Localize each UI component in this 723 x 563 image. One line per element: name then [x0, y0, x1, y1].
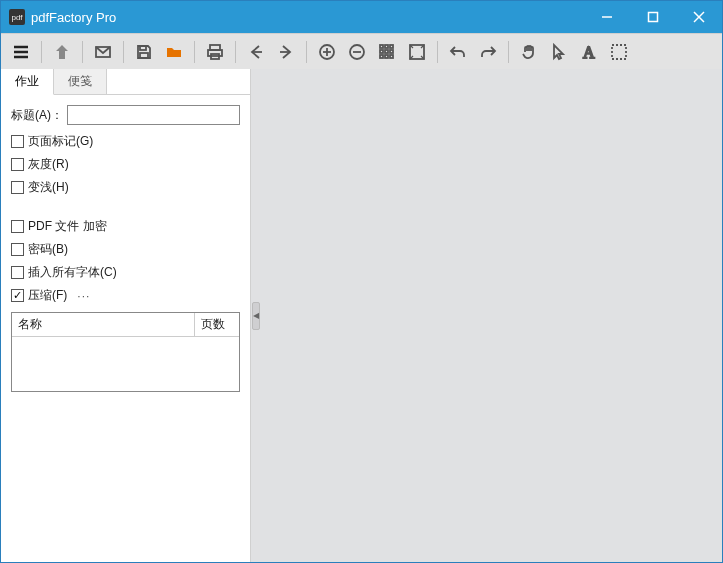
- toolbar-separator: [508, 41, 509, 63]
- checkbox-icon[interactable]: [11, 289, 24, 302]
- minimize-button[interactable]: [584, 1, 630, 33]
- svg-rect-28: [390, 55, 393, 58]
- svg-rect-25: [390, 50, 393, 53]
- svg-rect-22: [390, 45, 393, 48]
- redo-icon[interactable]: [474, 38, 502, 66]
- checkbox-icon[interactable]: [11, 181, 24, 194]
- preview-pane[interactable]: [261, 69, 722, 562]
- checkbox-label: 灰度(R): [28, 156, 69, 173]
- compress-options-button[interactable]: ···: [77, 289, 90, 303]
- checkbox-label: 页面标记(G): [28, 133, 93, 150]
- checkbox-encrypt[interactable]: PDF 文件 加密: [11, 218, 240, 235]
- checkbox-icon[interactable]: [11, 266, 24, 279]
- toolbar-separator: [235, 41, 236, 63]
- tab-notes[interactable]: 便笺: [54, 69, 107, 94]
- text-tool-icon[interactable]: A: [575, 38, 603, 66]
- side-panel: 作业 便笺 标题(A)： 页面标记(G) 灰度(R) 变浅(: [1, 69, 251, 562]
- print-icon[interactable]: [201, 38, 229, 66]
- svg-text:A: A: [583, 44, 595, 61]
- open-icon[interactable]: [160, 38, 188, 66]
- toolbar-separator: [306, 41, 307, 63]
- checkbox-icon[interactable]: [11, 220, 24, 233]
- svg-rect-26: [380, 55, 383, 58]
- checkbox-icon[interactable]: [11, 135, 24, 148]
- svg-rect-31: [612, 45, 626, 59]
- checkbox-label: 密码(B): [28, 241, 68, 258]
- svg-rect-9: [140, 53, 148, 58]
- svg-rect-27: [385, 55, 388, 58]
- checkbox-password[interactable]: 密码(B): [11, 241, 240, 258]
- checkbox-fade[interactable]: 变浅(H): [11, 179, 240, 196]
- svg-rect-20: [380, 45, 383, 48]
- table-header: 名称 页数: [12, 313, 239, 337]
- checkbox-embed-fonts[interactable]: 插入所有字体(C): [11, 264, 240, 281]
- collapse-handle-icon[interactable]: [252, 302, 260, 330]
- checkbox-page-mark[interactable]: 页面标记(G): [11, 133, 240, 150]
- toolbar-separator: [437, 41, 438, 63]
- back-arrow-icon[interactable]: [242, 38, 270, 66]
- svg-rect-23: [380, 50, 383, 53]
- toolbar-separator: [194, 41, 195, 63]
- checkbox-label: 变浅(H): [28, 179, 69, 196]
- checkbox-grayscale[interactable]: 灰度(R): [11, 156, 240, 173]
- svg-rect-8: [140, 46, 146, 50]
- checkbox-label: PDF 文件 加密: [28, 218, 107, 235]
- title-label: 标题(A)：: [11, 107, 63, 124]
- app-window: pdf pdfFactory Pro: [0, 0, 723, 563]
- toolbar-separator: [41, 41, 42, 63]
- checkbox-compress[interactable]: 压缩(F) ···: [11, 287, 240, 304]
- tab-job[interactable]: 作业: [1, 69, 54, 95]
- content-area: 作业 便笺 标题(A)： 页面标记(G) 灰度(R) 变浅(: [1, 69, 722, 562]
- save-icon[interactable]: [130, 38, 158, 66]
- toolbar-separator: [82, 41, 83, 63]
- maximize-button[interactable]: [630, 1, 676, 33]
- forward-arrow-icon[interactable]: [272, 38, 300, 66]
- checkbox-icon[interactable]: [11, 158, 24, 171]
- fit-page-icon[interactable]: [403, 38, 431, 66]
- zoom-in-icon[interactable]: [313, 38, 341, 66]
- toolbar-separator: [123, 41, 124, 63]
- checkbox-label: 插入所有字体(C): [28, 264, 117, 281]
- pdf-icon[interactable]: [48, 38, 76, 66]
- svg-rect-21: [385, 45, 388, 48]
- job-table: 名称 页数: [11, 312, 240, 392]
- panel-tabs: 作业 便笺: [1, 69, 250, 95]
- title-bar: pdf pdfFactory Pro: [1, 1, 722, 33]
- mail-icon[interactable]: [89, 38, 117, 66]
- crop-tool-icon[interactable]: [605, 38, 633, 66]
- toolbar: A: [1, 33, 722, 69]
- svg-rect-24: [385, 50, 388, 53]
- col-name[interactable]: 名称: [12, 313, 195, 336]
- checkbox-icon[interactable]: [11, 243, 24, 256]
- app-icon: pdf: [9, 9, 25, 25]
- undo-icon[interactable]: [444, 38, 472, 66]
- title-input[interactable]: [67, 105, 240, 125]
- checkbox-label: 压缩(F): [28, 287, 67, 304]
- hand-tool-icon[interactable]: [515, 38, 543, 66]
- grid-view-icon[interactable]: [373, 38, 401, 66]
- col-pages[interactable]: 页数: [195, 313, 239, 336]
- zoom-out-icon[interactable]: [343, 38, 371, 66]
- pointer-tool-icon[interactable]: [545, 38, 573, 66]
- svg-rect-1: [649, 13, 658, 22]
- panel-body: 标题(A)： 页面标记(G) 灰度(R) 变浅(H): [1, 95, 250, 402]
- menu-button[interactable]: [7, 38, 35, 66]
- title-field-row: 标题(A)：: [11, 105, 240, 125]
- panel-splitter[interactable]: [251, 69, 261, 562]
- close-button[interactable]: [676, 1, 722, 33]
- window-title: pdfFactory Pro: [31, 10, 116, 25]
